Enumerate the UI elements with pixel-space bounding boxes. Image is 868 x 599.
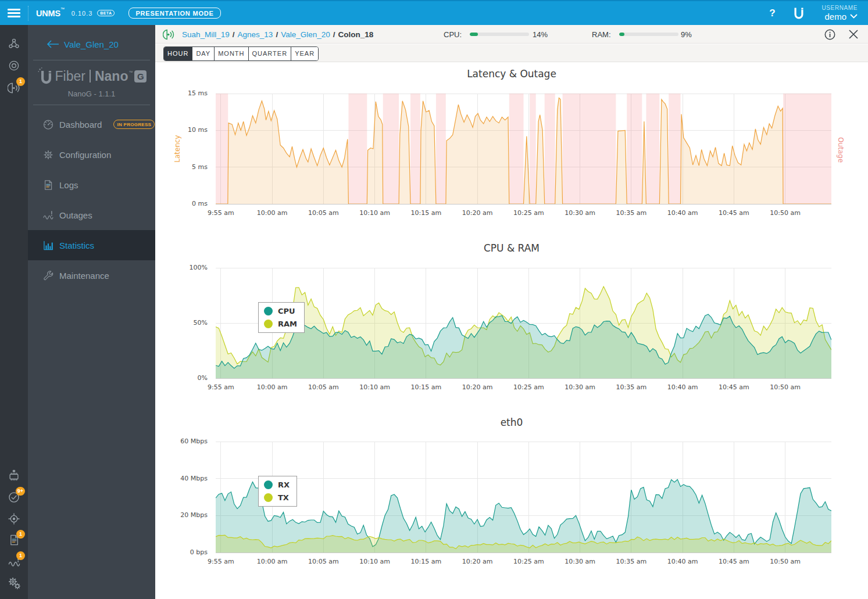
time-range-tabs-bar: HOURDAYMONTHQUARTERYEAR [155, 44, 868, 62]
logo-separator [90, 70, 91, 83]
sidebar-item-label: Dashboard [59, 120, 102, 130]
sidebar: Vale_Glen_20 Fiber Nano ™ [28, 25, 155, 599]
maintenance-icon [42, 270, 54, 282]
sidebar-menu: DashboardIN PROGRESS Configuration Logs … [28, 105, 155, 290]
device-logo: Fiber Nano ™ G [28, 67, 155, 85]
x-tick-label: 10:50 am [756, 558, 815, 566]
sidebar-item-maintenance[interactable]: Maintenance [28, 260, 155, 290]
legend-item-ram[interactable]: RAM [264, 320, 297, 328]
y-axis-label: Latency [173, 117, 181, 181]
legend-item-cpu[interactable]: CPU [264, 307, 297, 315]
rail-item-outages[interactable]: 1 [0, 551, 28, 572]
main-content: Suah_Mill_19/Agnes_13/Vale_Glen_20/Colon… [155, 25, 868, 599]
brand-text: UNMS [36, 9, 60, 18]
ufiber-u-icon [37, 67, 54, 85]
legend-item-tx[interactable]: TX [264, 493, 290, 502]
tab-year[interactable]: YEAR [291, 47, 318, 60]
y-tick-label: 100% [155, 264, 208, 272]
sidebar-item-outages[interactable]: Outages [28, 200, 155, 230]
x-tick-label: 10:45 am [705, 383, 763, 392]
breadcrumb-link[interactable]: Agnes_13 [238, 30, 273, 39]
info-button[interactable] [824, 29, 835, 40]
x-tick-label: 10:00 am [243, 558, 301, 566]
close-icon [848, 29, 859, 40]
legend-label: RX [278, 480, 290, 489]
tab-day[interactable]: DAY [192, 47, 215, 60]
rail-item-sites[interactable] [0, 33, 28, 55]
sidebar-item-label: Logs [59, 180, 78, 190]
x-tick-label: 10:15 am [397, 209, 455, 217]
legend-item-rx[interactable]: RX [264, 480, 290, 489]
ram-label: RAM: [592, 30, 611, 39]
x-tick-label: 10:20 am [448, 383, 506, 392]
chart-plot[interactable] [216, 94, 831, 205]
help-button[interactable]: ? [769, 8, 775, 19]
chart-title: eth0 [155, 417, 868, 428]
cpu-label: CPU: [444, 30, 462, 39]
rail-item-devices[interactable] [0, 55, 28, 77]
user-menu[interactable]: USERNAME demo [822, 5, 858, 21]
cpu-meter: CPU: 14% [444, 25, 529, 44]
x-tick-label: 10:05 am [294, 383, 352, 392]
x-tick-label: 10:05 am [294, 209, 352, 217]
tab-month[interactable]: MONTH [215, 47, 248, 60]
x-tick-label: 10:40 am [653, 558, 712, 566]
device-version: NanoG - 1.1.1 [28, 89, 155, 98]
back-to-site-link[interactable]: Vale_Glen_20 [28, 25, 155, 60]
hamburger-menu-button[interactable] [0, 1, 28, 25]
x-tick-label: 10:25 am [499, 383, 558, 392]
legend-dot [264, 480, 273, 489]
chart-plot[interactable] [216, 268, 831, 379]
tab-hour[interactable]: HOUR [164, 47, 192, 60]
sidebar-item-logs[interactable]: Logs [28, 170, 155, 200]
x-tick-label: 10:05 am [294, 558, 352, 566]
username-value: demo [824, 12, 846, 21]
rail-item-firmware[interactable] [0, 465, 28, 486]
rail-item-antenna[interactable]: 1 [0, 77, 28, 99]
topbar-left: UNMS™ 0.10.3 BETA PRESENTATION MODE [0, 1, 221, 25]
back-site-name: Vale_Glen_20 [64, 40, 119, 49]
legend-dot [264, 320, 273, 328]
charts-area: Latency & Outage0 ms5 ms10 ms15 ms9:55 a… [155, 62, 868, 562]
x-tick-label: 10:40 am [653, 383, 712, 392]
legend-label: RAM [278, 320, 297, 328]
rail-top-group: 1 [0, 33, 28, 99]
rail-item-tasks[interactable]: 9+ [0, 486, 28, 508]
x-tick-label: 10:25 am [499, 558, 558, 566]
x-tick-label: 10:35 am [602, 383, 660, 392]
y-tick-label: 0 ms [155, 200, 208, 208]
breadcrumb-separator: / [233, 30, 235, 39]
topbar-divider [28, 6, 28, 21]
sidebar-item-configuration[interactable]: Configuration [28, 139, 155, 170]
legend-dot [264, 493, 273, 502]
x-tick-label: 10:10 am [346, 209, 404, 217]
time-range-tabs: HOURDAYMONTHQUARTERYEAR [163, 46, 319, 61]
y-tick-label: 20 Mbps [155, 511, 208, 519]
device-header-bar: Suah_Mill_19/Agnes_13/Vale_Glen_20/Colon… [155, 25, 868, 44]
breadcrumb-separator: / [333, 30, 335, 39]
brand-trademark: ™ [60, 7, 65, 11]
rail-item-settings[interactable] [0, 572, 28, 594]
notification-badge: 9+ [16, 487, 25, 496]
sidebar-item-statistics[interactable]: Statistics [28, 230, 155, 260]
notification-badge: 1 [16, 530, 25, 539]
close-button[interactable] [848, 29, 859, 40]
unms-logo[interactable]: UNMS™ [36, 9, 65, 18]
ubiquiti-logo-icon[interactable] [792, 6, 806, 21]
breadcrumb-link[interactable]: Suah_Mill_19 [182, 30, 230, 39]
chart-title: Latency & Outage [155, 68, 868, 80]
rail-item-discovery[interactable] [0, 508, 28, 529]
tab-quarter[interactable]: QUARTER [249, 47, 292, 60]
arrow-left-icon [47, 40, 59, 48]
breadcrumb-link[interactable]: Vale_Glen_20 [281, 30, 330, 39]
sidebar-item-dashboard[interactable]: DashboardIN PROGRESS [28, 109, 155, 139]
logo-fiber-text: Fiber [55, 69, 85, 84]
configuration-icon [42, 149, 54, 161]
settings-icon [8, 576, 21, 590]
y-tick-label: 15 ms [155, 89, 208, 98]
rail-item-logs[interactable]: 1 [0, 529, 28, 551]
x-tick-label: 10:15 am [397, 558, 455, 566]
presentation-mode-button[interactable]: PRESENTATION MODE [128, 8, 220, 19]
chart-plot[interactable] [216, 442, 831, 553]
topbar-right: ? USERNAME demo [769, 5, 868, 21]
